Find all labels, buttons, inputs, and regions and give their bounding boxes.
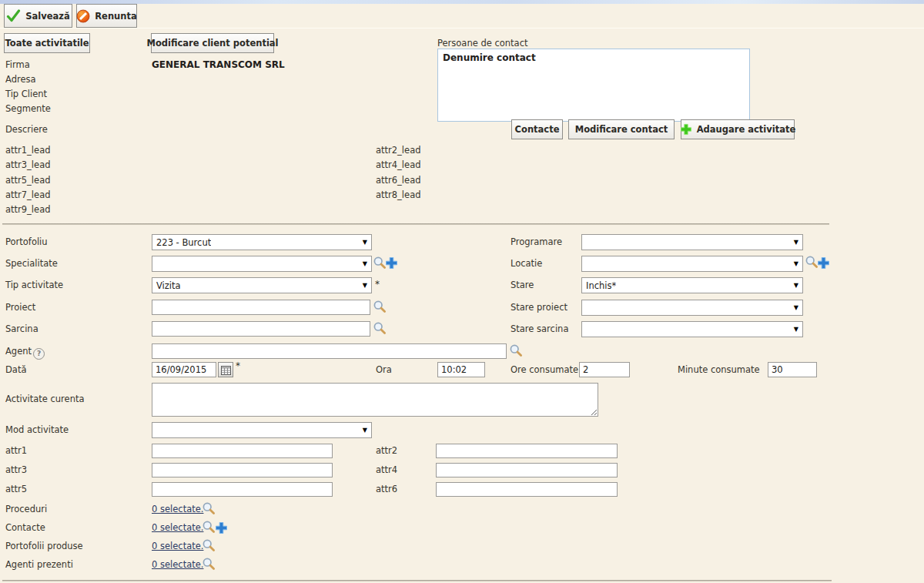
cancel-button[interactable]: Renunta: [76, 4, 137, 28]
save-button-label: Salvează: [25, 11, 70, 22]
stare-proiect-select[interactable]: ▼: [581, 300, 803, 316]
contacte-selected-link[interactable]: 0 selectate.: [152, 522, 203, 533]
lead-attr-label: attr3_lead: [5, 159, 50, 170]
sarcina-label: Sarcina: [5, 323, 38, 334]
descriere-label: Descriere: [5, 124, 48, 135]
tip-activitate-select[interactable]: Vizita ▼: [152, 277, 372, 293]
mod-activitate-select[interactable]: ▼: [152, 422, 372, 438]
modify-lead-button[interactable]: Modificare client potential: [151, 33, 274, 53]
ore-consumate-input[interactable]: [579, 362, 630, 377]
adresa-label: Adresa: [5, 74, 36, 85]
specialitate-select[interactable]: ▼: [152, 256, 372, 272]
sarcina-input[interactable]: [152, 321, 370, 337]
attr5-input[interactable]: [152, 482, 333, 497]
activitate-curenta-textarea[interactable]: [152, 383, 598, 417]
contacte-label: Contacte: [5, 522, 45, 533]
portofolii-produse-label: Portofolii produse: [5, 541, 83, 551]
lead-attr-label: attr6_lead: [376, 175, 420, 186]
locatie-select[interactable]: ▼: [581, 256, 803, 272]
attr3-input[interactable]: [152, 463, 333, 477]
save-button[interactable]: Salvează: [4, 4, 72, 28]
firma-label: Firma: [5, 59, 30, 70]
bottom-divider: [2, 580, 832, 581]
data-label: Dată: [5, 364, 26, 375]
search-icon[interactable]: [202, 501, 216, 515]
proiect-label: Proiect: [5, 302, 35, 313]
date-input[interactable]: [152, 362, 216, 377]
stare-proiect-label: Stare proiect: [511, 302, 567, 313]
attr1-input[interactable]: [152, 444, 333, 458]
contacts-button-label: Contacte: [515, 124, 560, 135]
required-mark: *: [236, 360, 240, 371]
add-icon[interactable]: [215, 521, 228, 534]
all-activities-button[interactable]: Toate activitatile: [4, 33, 90, 53]
search-icon[interactable]: [373, 300, 387, 313]
chevron-down-icon: ▼: [794, 304, 798, 311]
chevron-down-icon: ▼: [794, 260, 798, 267]
agent-label-text: Agent: [5, 346, 32, 357]
mod-activitate-label: Mod activitate: [5, 424, 69, 435]
modify-lead-label: Modificare client potential: [146, 38, 278, 49]
add-icon[interactable]: [385, 256, 398, 270]
window-top-edge: [0, 0, 924, 4]
stare-sarcina-select[interactable]: ▼: [581, 321, 803, 337]
section-divider: [2, 223, 829, 225]
programare-label: Programare: [511, 236, 562, 247]
search-icon[interactable]: [202, 557, 216, 571]
search-icon[interactable]: [202, 538, 216, 552]
contacts-button[interactable]: Contacte: [511, 119, 563, 139]
search-icon[interactable]: [373, 321, 387, 335]
search-icon[interactable]: [509, 343, 523, 357]
contact-panel-label: Persoane de contact: [437, 38, 528, 49]
stare-label: Stare: [511, 280, 534, 290]
portofolii-produse-selected-link[interactable]: 0 selectate.: [152, 541, 203, 551]
agenti-prezenti-selected-link[interactable]: 0 selectate.: [152, 559, 203, 570]
cancel-button-label: Renunta: [95, 11, 136, 22]
attr4-input[interactable]: [436, 463, 618, 477]
chevron-down-icon: ▼: [363, 282, 367, 289]
minute-consumate-input[interactable]: [768, 362, 817, 377]
add-activity-button-label: Adaugare activitate: [697, 124, 796, 135]
attr2-input[interactable]: [436, 444, 618, 458]
agenti-prezenti-label: Agenti prezenti: [5, 559, 73, 570]
stare-sarcina-label: Stare sarcina: [511, 323, 568, 334]
agent-input[interactable]: [152, 343, 507, 359]
add-icon[interactable]: [817, 256, 830, 270]
attr4-label: attr4: [376, 464, 397, 475]
lead-attr-label: attr7_lead: [5, 189, 50, 200]
proiect-input[interactable]: [152, 300, 370, 315]
proceduri-selected-link[interactable]: 0 selectate.: [152, 504, 203, 514]
portofoliu-select[interactable]: 223 - Burcut ▼: [152, 234, 372, 250]
lead-attr-label: attr2_lead: [376, 145, 420, 156]
modify-contact-button-label: Modificare contact: [575, 124, 668, 135]
chevron-down-icon: ▼: [363, 260, 367, 267]
attr1-label: attr1: [5, 445, 27, 456]
attr3-label: attr3: [5, 464, 27, 475]
toolbar-bottom-line: [0, 28, 924, 28]
attr6-input[interactable]: [436, 482, 618, 497]
attr2-label: attr2: [376, 445, 397, 456]
contact-listbox[interactable]: Denumire contact: [437, 49, 750, 122]
stare-value: Inchis*: [586, 280, 616, 291]
lead-attr-label: attr5_lead: [5, 175, 50, 186]
chevron-down-icon: ▼: [794, 282, 798, 289]
chevron-down-icon: ▼: [363, 427, 367, 434]
lead-attr-label: attr9_lead: [5, 204, 50, 215]
proceduri-label: Proceduri: [5, 504, 47, 514]
modify-contact-button[interactable]: Modificare contact: [568, 119, 675, 139]
search-icon[interactable]: [202, 520, 216, 534]
programare-select[interactable]: ▼: [581, 234, 803, 250]
stare-select[interactable]: Inchis* ▼: [581, 277, 803, 293]
portofoliu-value: 223 - Burcut: [156, 237, 211, 248]
add-activity-button[interactable]: Adaugare activitate: [681, 119, 795, 139]
check-icon: [6, 9, 21, 22]
help-icon[interactable]: ?: [33, 348, 45, 360]
attr5-label: attr5: [5, 484, 27, 494]
ora-label: Ora: [376, 364, 392, 375]
ora-input[interactable]: [437, 362, 485, 377]
activitate-curenta-label: Activitate curenta: [5, 394, 85, 404]
ore-consumate-label: Ore consumate: [511, 364, 578, 375]
agent-label: Agent?: [5, 346, 45, 360]
lead-attr-label: attr1_lead: [5, 145, 50, 156]
calendar-icon[interactable]: [218, 362, 233, 377]
